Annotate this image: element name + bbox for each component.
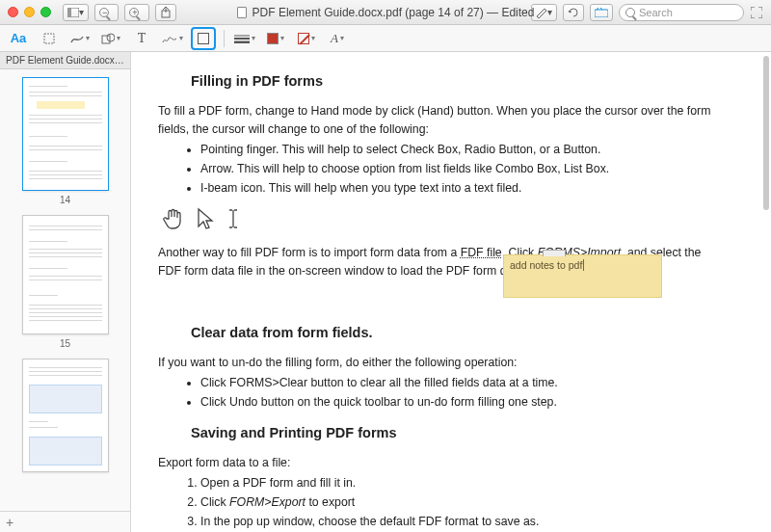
section-heading: Clear data from form fields. <box>191 325 721 340</box>
body-paragraph: To fill a PDF form, change to Hand mode … <box>158 102 721 139</box>
text-tool-button[interactable]: T <box>131 29 152 48</box>
sidebar-toggle-button[interactable]: ▾ <box>63 4 89 21</box>
zoom-window-button[interactable] <box>40 7 51 17</box>
svg-rect-1 <box>67 8 71 17</box>
scrollbar-thumb[interactable] <box>763 56 769 210</box>
cursor-figure <box>162 207 721 230</box>
list-item: Open a PDF form and fill it in. <box>200 474 721 492</box>
bullet-list: Click FORMS>Clear button to clear all th… <box>158 374 721 412</box>
hand-cursor-icon <box>162 207 183 230</box>
sticky-note-annotation[interactable]: add notes to pdf <box>503 254 662 298</box>
thumbnails-sidebar: PDF Element Guide.docx.pdf 14 15 <box>0 52 131 532</box>
sticky-note-text: add notes to pdf <box>510 259 582 271</box>
search-field[interactable]: Search <box>619 4 744 21</box>
list-item: Click FORM>Export to export <box>200 493 721 512</box>
document-viewport[interactable]: Filling in PDF forms To fill a PDF form,… <box>131 52 771 532</box>
section-heading: Saving and Printing PDF forms <box>191 425 721 440</box>
svg-rect-5 <box>102 36 110 43</box>
markup-toolbar-button[interactable] <box>590 4 613 21</box>
bullet-list: Pointing finger. This will help to selec… <box>158 141 721 198</box>
svg-rect-4 <box>44 34 54 43</box>
sign-tool-button[interactable]: ▾ <box>162 29 183 48</box>
thumbnail-label: 14 <box>60 195 70 205</box>
note-icon <box>198 33 209 44</box>
list-item: Click FORMS>Clear button to clear all th… <box>200 374 721 392</box>
list-item: In the pop up window, choose the default… <box>200 513 721 531</box>
highlight-tool-button[interactable]: Aa <box>8 29 29 48</box>
vertical-scrollbar[interactable] <box>763 56 769 517</box>
shapes-tool-button[interactable]: ▾ <box>100 29 121 48</box>
svg-point-6 <box>107 34 115 41</box>
thumbnail-label: 15 <box>60 338 70 349</box>
font-style-button[interactable]: A▾ <box>327 29 348 48</box>
zoom-out-button[interactable]: − <box>94 4 119 21</box>
fill-color-button[interactable]: ▾ <box>296 29 317 48</box>
search-icon <box>625 8 635 17</box>
list-item: I-beam icon. This will help when you typ… <box>200 179 721 198</box>
share-button[interactable] <box>155 4 176 21</box>
page-thumbnail-16[interactable] <box>22 359 109 472</box>
ordered-list: Open a PDF form and fill it in. Click FO… <box>158 474 721 531</box>
list-item: Click Undo button on the quick toolbar t… <box>200 393 721 412</box>
markup-toolbar: Aa ▾ ▾ T ▾ ▾ ▾ ▾ A▾ <box>0 25 771 52</box>
annotate-button[interactable]: ▾ <box>531 4 557 21</box>
no-fill-icon <box>298 33 309 44</box>
page-thumbnail-15[interactable] <box>22 215 109 334</box>
body-paragraph: Export form data to a file: <box>158 454 721 472</box>
document-icon <box>237 7 247 18</box>
select-tool-button[interactable] <box>39 29 60 48</box>
add-page-button[interactable]: + <box>0 511 130 532</box>
ibeam-cursor-icon <box>227 207 239 230</box>
sketch-tool-button[interactable]: ▾ <box>69 29 91 48</box>
window-titlebar: ▾ − + PDF Element Guide.docx.pdf (page 1… <box>0 0 771 25</box>
rotate-button[interactable] <box>563 4 584 21</box>
close-window-button[interactable] <box>8 7 18 17</box>
thumbnail-list: 14 15 16 <box>0 69 130 511</box>
body-paragraph: If you want to un-do the filling form, d… <box>158 354 721 372</box>
list-item: Pointing finger. This will help to selec… <box>200 141 721 159</box>
sidebar-document-tab[interactable]: PDF Element Guide.docx.pdf <box>0 52 130 69</box>
zoom-in-button[interactable]: + <box>124 4 148 21</box>
border-color-button[interactable]: ▾ <box>265 29 286 48</box>
fullscreen-button[interactable] <box>750 6 763 19</box>
color-swatch-icon <box>267 33 279 44</box>
svg-rect-3 <box>595 10 608 17</box>
list-item: Arrow. This will help to choose option f… <box>200 160 721 178</box>
note-tool-button[interactable] <box>193 29 214 48</box>
window-controls <box>8 7 51 17</box>
section-heading: Filling in PDF forms <box>191 73 721 89</box>
minimize-window-button[interactable] <box>24 7 35 17</box>
arrow-cursor-icon <box>197 207 214 230</box>
page-thumbnail-14[interactable] <box>22 77 109 191</box>
line-style-button[interactable]: ▾ <box>234 29 255 48</box>
